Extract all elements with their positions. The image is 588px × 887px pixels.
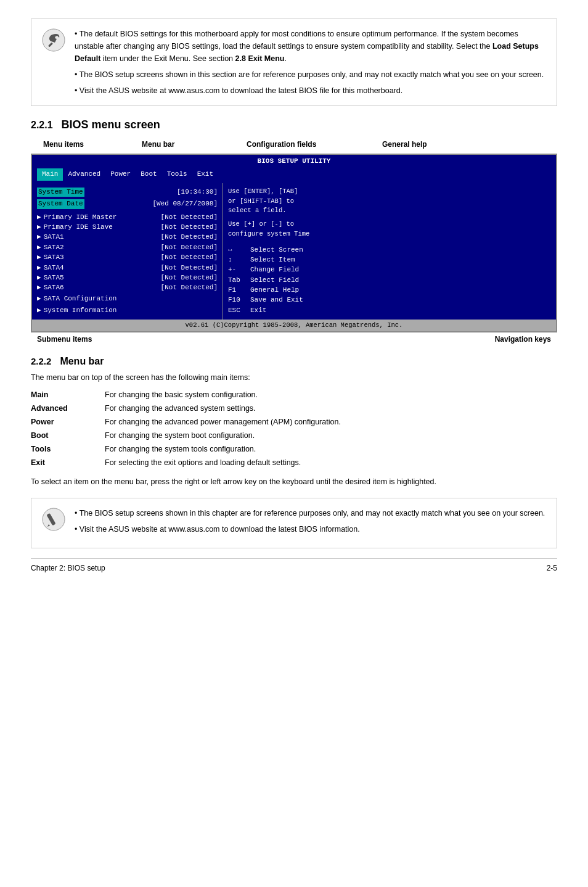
menu-row-advanced: Advanced For changing the advanced syste…	[31, 402, 557, 415]
bios-nav-key: F10	[228, 295, 250, 305]
menu-desc-boot: For changing the system boot configurati…	[105, 429, 557, 442]
section-222-heading: 2.2.2 Menu bar	[31, 356, 557, 367]
menu-name-boot: Boot	[31, 429, 105, 442]
bios-item-row: ▶SATA5 [Not Detected]	[37, 273, 218, 283]
bios-item-name: SATA5	[44, 274, 64, 281]
label-menu-bar: Menu bar	[142, 140, 174, 149]
menu-row-tools: Tools For changing the system tools conf…	[31, 442, 557, 456]
bios-system-time-label: System Time	[37, 188, 84, 197]
bios-item-row: ▶SATA3 [Not Detected]	[37, 253, 218, 262]
bios-item-row: ▶SATA6 [Not Detected]	[37, 283, 218, 292]
section-222: 2.2.2 Menu bar The menu bar on top of th…	[31, 356, 557, 488]
section-221-num: 2.2.1	[31, 120, 53, 131]
menu-name-advanced: Advanced	[31, 402, 105, 415]
bios-nav-key: ESC	[228, 306, 250, 315]
bios-item-value: [Not Detected]	[161, 253, 218, 262]
section-221-title: BIOS menu screen	[62, 118, 160, 131]
page-footer: Chapter 2: BIOS setup 2-5	[31, 558, 557, 572]
bios-menu-advanced[interactable]: Advanced	[63, 168, 105, 180]
menu-name-power: Power	[31, 415, 105, 429]
menu-desc-advanced: For changing the advanced system setting…	[105, 402, 557, 415]
bios-item-value: [Not Detected]	[161, 243, 218, 252]
menu-name-exit: Exit	[31, 456, 105, 469]
bios-help-line2: or [SHIFT-TAB] to	[228, 197, 551, 207]
bottom-note-bullet-1: • The BIOS setup screens shown in this c…	[75, 507, 545, 519]
bios-help-line1: Use [ENTER], [TAB]	[228, 187, 551, 197]
bios-item-row: ▶SATA4 [Not Detected]	[37, 263, 218, 273]
bios-item-name: SATA2	[44, 244, 64, 251]
bios-left-panel: System Time [19:34:30] System Date [Wed …	[32, 183, 223, 320]
section-222-title: Menu bar	[60, 356, 104, 367]
menu-name-main: Main	[31, 388, 105, 402]
bios-help-line6: configure system Time	[228, 229, 551, 239]
bios-menu-tools[interactable]: Tools	[162, 168, 192, 180]
menu-desc-tools: For changing the system tools configurat…	[105, 442, 557, 456]
bios-item-name: SATA4	[44, 264, 64, 271]
bios-item-row: ▶Primary IDE Master [Not Detected]	[37, 213, 218, 222]
bios-item-name: Primary IDE Master	[44, 213, 117, 221]
select-note: To select an item on the menu bar, press…	[31, 476, 557, 488]
bios-nav-row: F1 General Help	[228, 286, 551, 295]
bios-menu-exit[interactable]: Exit	[192, 168, 218, 180]
bios-item-row: ▶System Information	[37, 306, 218, 315]
menu-row-main: Main For changing the basic system confi…	[31, 388, 557, 402]
section-222-num: 2.2.2	[31, 356, 51, 366]
bios-nav-desc: Exit	[250, 306, 266, 315]
bios-item-name: Primary IDE Slave	[44, 223, 113, 231]
bios-item-value: [Not Detected]	[161, 263, 218, 273]
bios-system-date-value: [Wed 08/27/2008]	[152, 199, 218, 208]
bios-menu-main[interactable]: Main	[37, 168, 63, 180]
bios-item-row: ▶SATA Configuration	[37, 294, 218, 303]
bios-item-name: SATA Configuration	[44, 295, 117, 302]
bios-nav-row: ↕ Select Item	[228, 255, 551, 265]
bios-nav-row: Tab Select Field	[228, 276, 551, 285]
label-navigation-keys: Navigation keys	[495, 335, 551, 344]
bios-nav-key: +-	[228, 265, 250, 274]
bios-screen: BIOS SETUP UTILITY Main Advanced Power B…	[31, 154, 557, 332]
label-config-fields: Configuration fields	[247, 140, 316, 149]
bios-item-name: System Information	[44, 307, 117, 314]
menu-name-tools: Tools	[31, 442, 105, 456]
top-note-content: • The default BIOS settings for this mot…	[75, 28, 547, 97]
bios-nav-desc: General Help	[250, 286, 299, 295]
bios-item-row: ▶Primary IDE Slave [Not Detected]	[37, 223, 218, 232]
bios-nav-desc: Select Screen	[250, 245, 303, 255]
bios-items-list: ▶Primary IDE Master [Not Detected] ▶Prim…	[37, 213, 218, 316]
section-221-heading: 2.2.1 BIOS menu screen	[31, 118, 557, 131]
bios-system-time-row: System Time [19:34:30]	[37, 188, 218, 197]
bios-nav-section: ↔ Select Screen ↕ Select Item +- Change …	[228, 245, 551, 316]
label-general-help: General help	[382, 140, 427, 149]
bios-item-value: [Not Detected]	[161, 213, 218, 222]
bios-item-name: SATA6	[44, 284, 64, 291]
bios-menu-power[interactable]: Power	[105, 168, 136, 180]
note-bullet-3: • Visit the ASUS website at www.asus.com…	[75, 85, 547, 97]
note-bullet-1: • The default BIOS settings for this mot…	[75, 28, 547, 65]
bios-item-value: [Not Detected]	[161, 233, 218, 242]
bios-menu-boot[interactable]: Boot	[136, 168, 161, 180]
exit-menu-ref: 2.8 Exit Menu	[235, 54, 285, 63]
bios-system-date-label: System Date	[37, 199, 84, 208]
label-submenu-items: Submenu items	[37, 335, 92, 344]
menu-row-boot: Boot For changing the system boot config…	[31, 429, 557, 442]
bios-system-time-value: [19:34:30]	[177, 188, 218, 197]
bios-system-date-row: System Date [Wed 08/27/2008]	[37, 199, 218, 208]
bios-item-name: SATA3	[44, 254, 64, 261]
bios-item-row: ▶SATA1 [Not Detected]	[37, 233, 218, 242]
bios-nav-key: ↔	[228, 245, 250, 255]
bios-item-value: [Not Detected]	[161, 283, 218, 292]
svg-point-2	[43, 508, 65, 530]
bios-help-text: Use [ENTER], [TAB] or [SHIFT-TAB] to sel…	[228, 187, 551, 239]
bios-nav-desc: Select Item	[250, 255, 295, 265]
bottom-note-content: • The BIOS setup screens shown in this c…	[75, 507, 545, 539]
top-note-box: • The default BIOS settings for this mot…	[31, 19, 557, 106]
bios-item-value: [Not Detected]	[161, 273, 218, 283]
bios-nav-row: F10 Save and Exit	[228, 295, 551, 305]
bottom-note-bullet-2: • Visit the ASUS website at www.asus.com…	[75, 523, 545, 535]
menu-row-power: Power For changing the advanced power ma…	[31, 415, 557, 429]
bios-nav-key: ↕	[228, 255, 250, 265]
menu-row-exit: Exit For selecting the exit options and …	[31, 456, 557, 469]
page: • The default BIOS settings for this mot…	[0, 0, 588, 591]
bios-nav-desc: Save and Exit	[250, 295, 303, 305]
bios-nav-desc: Change Field	[250, 265, 299, 274]
bios-right-panel: Use [ENTER], [TAB] or [SHIFT-TAB] to sel…	[223, 183, 556, 320]
